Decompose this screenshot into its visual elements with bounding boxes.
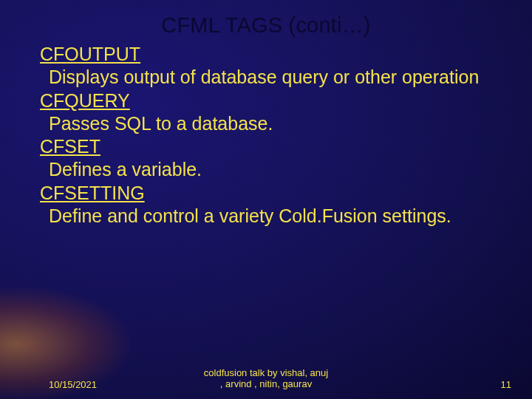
tag-desc: Defines a variable. bbox=[40, 158, 502, 181]
tag-name: CFOUTPUT bbox=[40, 43, 502, 66]
tag-name: CFSET bbox=[40, 135, 502, 158]
tag-name: CFQUERY bbox=[40, 89, 502, 112]
footer-page-number: 11 bbox=[501, 379, 511, 390]
footer-center-line1: coldfusion talk by vishal, anuj bbox=[204, 367, 328, 378]
slide-title: CFML TAGS (conti…) bbox=[0, 13, 532, 38]
footer-center-line2: , arvind , nitin, gaurav bbox=[220, 378, 312, 389]
tag-desc: Displays output of database query or oth… bbox=[40, 66, 502, 89]
tag-desc: Define and control a variety Cold.Fusion… bbox=[40, 205, 502, 228]
tag-desc: Passes SQL to a database. bbox=[40, 112, 502, 135]
slide: CFML TAGS (conti…) CFOUTPUT Displays out… bbox=[0, 0, 532, 399]
footer-center: coldfusion talk by vishal, anuj , arvind… bbox=[0, 368, 532, 390]
tag-name: CFSETTING bbox=[40, 182, 502, 205]
slide-body: CFOUTPUT Displays output of database que… bbox=[40, 43, 502, 228]
